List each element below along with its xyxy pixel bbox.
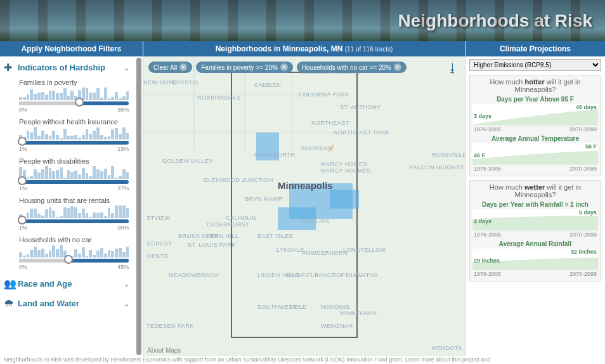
chart-axis-right: 2070-2099 — [569, 126, 597, 133]
rain-cloud-icon: 🌧 — [4, 297, 18, 309]
close-icon: ✕ — [394, 63, 401, 71]
slider-max: 45% — [117, 264, 129, 270]
chart-title: Days per Year with Rainfall > 1 inch — [472, 201, 598, 208]
map-tract-count: (11 of 116 tracts) — [345, 46, 393, 53]
chevron-down-icon: ⌄ — [123, 299, 130, 308]
slider-min: 0% — [19, 264, 27, 270]
chart-title: Average Annual Rainfall — [472, 240, 598, 247]
wetter-question: How much wetter will it get in Minneapol… — [472, 183, 598, 198]
plus-medical-icon: ✚ — [4, 62, 18, 74]
people-icon: 👥 — [4, 278, 18, 290]
slider-handle[interactable] — [64, 255, 73, 264]
section-hardship[interactable]: ✚ Indicators of Hardship ⌄ — [1, 58, 133, 77]
histogram — [19, 88, 129, 100]
chart-value-start: 3 days — [474, 113, 491, 119]
chart-title: Days per Year Above 95 F — [472, 96, 598, 103]
histogram — [19, 166, 129, 179]
download-icon[interactable]: ⭳ — [447, 62, 459, 75]
section-label: Land and Water — [18, 299, 123, 308]
slider[interactable] — [19, 259, 129, 263]
indicator-label: Families in poverty — [19, 79, 129, 86]
section-land-water[interactable]: 🌧 Land and Water ⌄ — [1, 294, 133, 313]
histogram — [19, 245, 129, 257]
slider-max: 19% — [117, 146, 129, 152]
slider-min: 1% — [19, 146, 27, 152]
section-race-age[interactable]: 👥 Race and Age ⌄ — [1, 274, 133, 294]
indicator-label: People with disabilities — [19, 157, 129, 165]
chart-value-end: 32 inches — [571, 249, 597, 255]
filter-pills: Clear All✕ Families in poverty >= 20%✕ H… — [148, 62, 407, 73]
pill-nocar[interactable]: Households with no car >= 20%✕ — [297, 62, 407, 73]
scenario-select[interactable]: Higher Emissions (RCP8.5) — [469, 59, 601, 71]
indicator-label: Households with no car — [19, 236, 129, 244]
slider-handle[interactable] — [18, 216, 27, 224]
slider-min: 1% — [19, 185, 27, 192]
close-icon: ✕ — [179, 63, 187, 71]
slider[interactable] — [19, 101, 129, 105]
section-label: Indicators of Hardship — [18, 63, 123, 72]
chart-title: Average Annual Temperature — [472, 135, 598, 142]
indicator-1: People without health insurance 1%19% — [1, 117, 133, 156]
indicator-label: People without health insurance — [19, 118, 129, 126]
chart-value-start: 46 F — [474, 152, 485, 159]
slider[interactable] — [19, 180, 129, 184]
chart-value-start: 4 days — [474, 218, 491, 224]
climate-panel: Climate Projections Higher Emissions (RC… — [465, 41, 605, 356]
chart-axis-left: 1976-2005 — [474, 271, 501, 277]
header-banner: Neighborhoods at Risk — [0, 0, 605, 41]
hotter-question: How much hotter will it get in Minneapol… — [472, 78, 598, 93]
indicator-label: Housing units that are rentals — [19, 197, 129, 204]
slider-max: 90% — [117, 224, 129, 231]
chart-value-end: 5 days — [579, 209, 597, 216]
chart-axis-left: 1976-2005 — [474, 166, 501, 172]
slider-min: 1% — [19, 224, 27, 231]
chart-axis-right: 2070-2099 — [569, 166, 597, 172]
about-maps-link[interactable]: About Maps — [147, 347, 181, 354]
footer-text: Neighborhoods At Risk was developed by H… — [0, 356, 605, 364]
slider-min: 0% — [19, 107, 27, 113]
banner-photo-overlay — [0, 0, 605, 41]
histogram — [19, 127, 129, 140]
pill-poverty[interactable]: Families in poverty >= 20%✕ — [196, 62, 293, 73]
slider[interactable] — [19, 219, 129, 223]
chevron-down-icon: ⌄ — [123, 63, 130, 72]
climate-header: Climate Projections — [465, 41, 605, 56]
indicator-4: Households with no car 0%45% — [1, 235, 133, 274]
indicator-2: People with disabilities 1%27% — [1, 156, 133, 195]
slider-handle[interactable] — [18, 176, 27, 185]
close-icon: ✕ — [280, 63, 288, 71]
pill-clear-all[interactable]: Clear All✕ — [148, 62, 192, 73]
slider-max: 36% — [117, 107, 129, 113]
chart-axis-right: 2070-2099 — [569, 271, 597, 277]
map-panel: Neighborhoods in Minneapolis, MN (11 of … — [143, 41, 465, 356]
chart-axis-left: 1976-2005 — [474, 126, 501, 133]
map-canvas[interactable]: Minneapolis CREEKCAMDENCOLUMBIA PARKNORT… — [143, 56, 465, 356]
mini-chart: 3 days 46 days — [472, 104, 598, 126]
indicator-0: Families in poverty 0%36% — [1, 77, 133, 117]
wetter-box: How much wetter will it get in Minneapol… — [469, 180, 601, 282]
chevron-down-icon: ⌄ — [123, 279, 130, 289]
chart-value-start: 29 inches — [474, 257, 500, 264]
filters-header: Apply Neighborhood Filters — [0, 41, 143, 56]
slider-handle[interactable] — [75, 98, 84, 107]
mini-chart: 4 days 5 days — [472, 209, 598, 231]
slider[interactable] — [19, 141, 129, 145]
histogram — [19, 205, 129, 218]
map-title: Neighborhoods in Minneapolis, MN — [216, 44, 345, 53]
scrollbar[interactable] — [136, 58, 141, 355]
indicator-3: Housing units that are rentals 1%90% — [1, 195, 133, 235]
filters-panel: Apply Neighborhood Filters ✚ Indicators … — [0, 41, 143, 356]
slider-handle[interactable] — [18, 137, 27, 146]
section-label: Race and Age — [18, 279, 123, 289]
hotter-box: How much hotter will it get in Minneapol… — [469, 75, 601, 176]
map-header: Neighborhoods in Minneapolis, MN (11 of … — [143, 41, 465, 56]
chart-value-end: 56 F — [585, 143, 597, 150]
chart-value-end: 46 days — [576, 104, 597, 110]
slider-max: 27% — [117, 185, 129, 192]
chart-axis-left: 1976-2005 — [474, 231, 501, 238]
mini-chart: 29 inches 32 inches — [472, 249, 598, 270]
chart-axis-right: 2070-2099 — [569, 231, 597, 238]
mini-chart: 46 F 56 F — [472, 143, 598, 165]
